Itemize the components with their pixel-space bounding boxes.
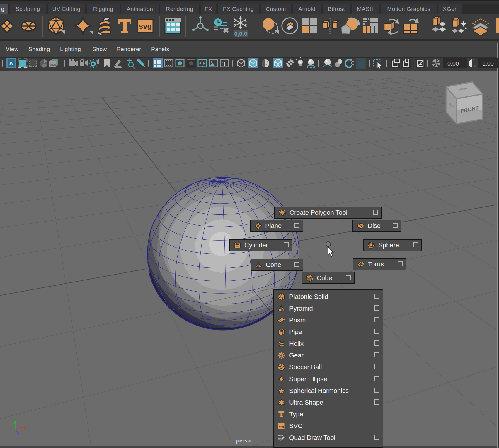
svg-text:0.00: 0.00 — [447, 60, 459, 67]
svg-text:y: y — [13, 419, 16, 425]
svg-text:svg: svg — [279, 425, 284, 428]
svg-text:x: x — [23, 424, 25, 430]
svg-text:A: A — [9, 60, 13, 67]
svg-text:1.00: 1.00 — [482, 60, 494, 67]
svg-text:svg: svg — [139, 22, 152, 30]
svg-text:persp: persp — [236, 438, 251, 444]
svg-text:T: T — [222, 61, 226, 67]
svg-text:z: z — [17, 431, 19, 437]
